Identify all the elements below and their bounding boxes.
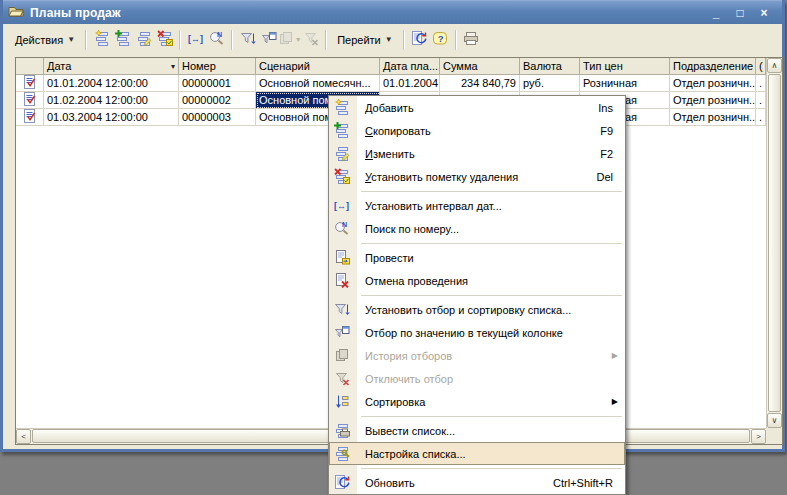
cell-Валюта[interactable]: руб. — [520, 75, 580, 92]
toolbar-button-goto[interactable]: Перейти▼ — [331, 29, 399, 51]
menu-item-copy[interactable]: СкопироватьF9 — [329, 119, 625, 142]
cell-Номер[interactable]: 00000002 — [179, 92, 256, 109]
menu-item-delete-mark[interactable]: Установить пометку удаленияDel — [329, 165, 625, 188]
toolbar-button-filter-by-column[interactable] — [258, 29, 279, 50]
menu-item-add[interactable]: ДобавитьIns — [329, 96, 625, 119]
column-header-Дата[interactable]: Дата▾ — [44, 58, 179, 75]
dropdown-caret-icon: ▼ — [385, 35, 393, 44]
scroll-up-button[interactable]: ∧ — [767, 58, 782, 73]
cell-Номер[interactable]: 00000003 — [179, 109, 256, 126]
menu-item-label: Скопировать — [365, 125, 431, 137]
filter-sort-icon — [334, 301, 350, 317]
filter-history-icon — [334, 347, 350, 363]
scroll-left-button[interactable]: < — [16, 429, 31, 444]
unpost-icon — [334, 272, 350, 288]
toolbar-button-actions[interactable]: Действия▼ — [9, 29, 81, 51]
menu-item-print-list[interactable]: Вывести список... — [329, 419, 625, 442]
window-controls: _□× — [700, 1, 782, 24]
toolbar-button-search-by-number[interactable]: N — [206, 29, 227, 50]
row-state-icon-cell[interactable] — [16, 109, 44, 126]
maximize-button[interactable]: □ — [732, 5, 748, 21]
cell-Дата[interactable]: 01.02.2004 12:00:00 — [44, 92, 179, 109]
cell-Номер[interactable]: 00000001 — [179, 75, 256, 92]
svg-text:N: N — [342, 221, 347, 228]
scroll-down-button[interactable]: ∨ — [767, 413, 782, 428]
toolbar-button-date-interval[interactable]: [↔] — [185, 29, 206, 50]
title-bar[interactable]: Планы продаж _□× — [3, 0, 782, 24]
menu-item-search-by-number[interactable]: NПоиск по номеру... — [329, 217, 625, 240]
toolbar-button-refresh[interactable] — [409, 29, 430, 50]
scroll-right-button[interactable]: > — [751, 429, 766, 444]
column-header-Валюта[interactable]: Валюта — [520, 58, 580, 75]
cell-Подразделение[interactable]: Отдел розничн... — [670, 75, 756, 92]
toolbar-button-edit[interactable] — [133, 29, 154, 50]
doc-check-icon — [22, 75, 38, 92]
column-header-([interactable]: ( — [756, 58, 766, 75]
menu-item-list-settings[interactable]: Настройка списка... — [329, 442, 625, 465]
column-header-Сценарий[interactable]: Сценарий — [256, 58, 380, 75]
column-header-label: Дата — [47, 60, 71, 72]
cell-Дата[interactable]: 01.01.2004 12:00:00 — [44, 75, 179, 92]
minimize-button[interactable]: _ — [708, 5, 724, 21]
cell-Дата[interactable]: 01.03.2004 12:00:00 — [44, 109, 179, 126]
column-header-Номер[interactable]: Номер — [179, 58, 256, 75]
column-header-label: Валюта — [523, 60, 562, 72]
date-interval-icon: [↔] — [188, 30, 204, 50]
cell-Подразделение[interactable]: Отдел розничн... — [670, 92, 756, 109]
cell-Подразделение[interactable]: Отдел розничн... — [670, 109, 756, 126]
menu-item-shortcut: Del — [596, 171, 625, 183]
scrollbar-corner — [766, 428, 782, 444]
menu-item-shortcut: Ins — [598, 102, 625, 114]
filter-column-icon — [334, 324, 350, 340]
list-new-icon — [334, 99, 350, 115]
column-header-row-icon[interactable] — [16, 58, 44, 75]
row-state-icon-cell[interactable] — [16, 92, 44, 109]
cell-Сумма[interactable]: 234 840,79 — [440, 75, 520, 92]
toolbar-button-delete-mark[interactable] — [154, 29, 175, 50]
menu-item-edit[interactable]: ИзменитьF2 — [329, 142, 625, 165]
column-header-Сумма[interactable]: Сумма — [440, 58, 520, 75]
column-header-label: Номер — [182, 60, 216, 72]
sort-indicator-icon[interactable]: ▾ — [169, 62, 175, 71]
toolbar-button-filter-and-sort[interactable] — [237, 29, 258, 50]
search-number-icon: N — [209, 30, 225, 50]
toolbar-button-copy[interactable] — [112, 29, 133, 50]
cell-Сценарий[interactable]: Основной помесячн... — [256, 75, 380, 92]
close-button[interactable]: × — [756, 5, 772, 21]
column-header-Тип цен[interactable]: Тип цен — [580, 58, 670, 75]
menu-item-sort[interactable]: Сортировка▶ — [329, 390, 625, 413]
filter-sort-icon — [240, 30, 256, 50]
column-header-Подразделение[interactable]: Подразделение — [670, 58, 756, 75]
cell-([interactable]: . — [756, 92, 766, 109]
toolbar-button-help[interactable]: ? — [430, 29, 451, 50]
menu-item-label: История отборов — [365, 350, 452, 362]
context-menu: ДобавитьInsСкопироватьF9ИзменитьF2Устано… — [328, 95, 626, 495]
cell-Тип цен[interactable]: Розничная — [580, 75, 670, 92]
desktop: Планы продаж _□× Действия▼[↔]N▼Перейти▼?… — [0, 0, 787, 495]
menu-item-label: Провести — [365, 252, 414, 264]
menu-item-refresh[interactable]: ОбновитьCtrl+Shift+R — [329, 471, 625, 494]
vertical-scroll-thumb[interactable] — [768, 74, 781, 412]
menu-item-filter-history: История отборов▶ — [329, 344, 625, 367]
menu-item-date-interval[interactable]: [↔]Установить интервал дат... — [329, 194, 625, 217]
toolbar-button-label: Действия — [15, 34, 63, 46]
svg-text:N: N — [217, 30, 222, 37]
cell-([interactable]: . — [756, 75, 766, 92]
cell-Дата пла...[interactable]: 01.01.2004 — [380, 75, 440, 92]
filter-column-icon — [261, 30, 277, 50]
cell-([interactable]: . — [756, 109, 766, 126]
menu-item-filter-by-column[interactable]: Отбор по значению в текущей колонке — [329, 321, 625, 344]
vertical-scrollbar[interactable]: ∧ ∨ — [766, 58, 782, 428]
toolbar-button-add[interactable] — [91, 29, 112, 50]
menu-item-label: Отключить отбор — [365, 373, 453, 385]
menu-item-filter-and-sort[interactable]: Установить отбор и сортировку списка... — [329, 298, 625, 321]
row-state-icon-cell[interactable] — [16, 75, 44, 92]
toolbar-button-print[interactable] — [461, 29, 482, 50]
refresh-icon — [411, 30, 427, 50]
menu-item-post[interactable]: Провести — [329, 246, 625, 269]
column-header-Дата пла...[interactable]: Дата пла... — [380, 58, 440, 75]
list-edit-icon — [334, 145, 350, 161]
column-header-label: Дата пла... — [383, 60, 438, 72]
svg-text:[↔]: [↔] — [334, 201, 349, 211]
menu-item-unpost[interactable]: Отмена проведения — [329, 269, 625, 292]
